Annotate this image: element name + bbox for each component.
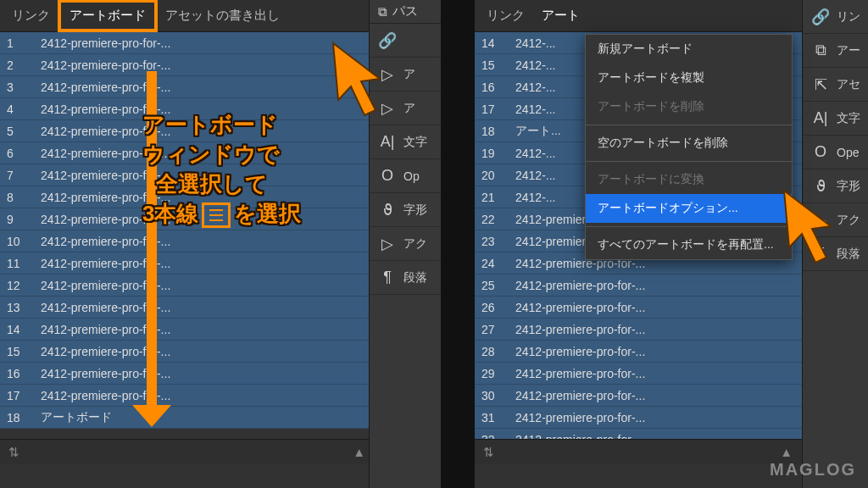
row-name: 2412-premiere-pro-for-...	[41, 301, 414, 314]
row-number: 11	[7, 257, 41, 270]
row-number: 29	[481, 367, 515, 380]
row-number: 18	[7, 411, 41, 424]
row-number: 9	[7, 213, 41, 226]
tool-icon: ¶	[378, 269, 397, 286]
row-number: 23	[481, 235, 515, 248]
row-number: 15	[7, 345, 41, 358]
tool-label: アセ	[837, 77, 860, 92]
tool-icon: A|	[378, 133, 397, 151]
tool-icon: 🔗	[811, 8, 830, 26]
ctx-artboard-options[interactable]: アートボードオプション...	[586, 194, 792, 223]
row-number: 4	[7, 103, 41, 116]
tab-artboard-r[interactable]: アート	[533, 3, 588, 29]
tool-icon: ϑ	[378, 201, 397, 219]
ctx-new-artboard[interactable]: 新規アートボード	[586, 35, 792, 64]
tool-label: 段落	[403, 270, 427, 286]
row-name: 2412-premiere-pro-for-...	[41, 389, 414, 402]
row-name: 2412-premiere-pro-for-...	[515, 367, 841, 380]
row-number: 1	[7, 36, 41, 50]
screenshot-divider	[441, 0, 475, 488]
row-name: 2412-premiere-pro-for-...	[515, 279, 841, 292]
annotation-cursor-left	[329, 41, 392, 117]
row-name: 2412-premiere-pro-for-...	[515, 345, 841, 358]
side-tool[interactable]: OOp	[370, 159, 441, 193]
row-name: 2412-premiere-pro-for-...	[41, 323, 414, 336]
row-name: 2412-premiere-pro-for-...	[515, 433, 841, 440]
tab-artboard[interactable]: アートボード	[58, 0, 157, 31]
tool-label: 字形	[403, 202, 427, 218]
row-name: 2412-premiere-pro-for-...	[41, 279, 414, 292]
row-name: 2412-premiere-pro-for-...	[515, 411, 841, 424]
row-number: 13	[7, 301, 41, 314]
row-name: 2412-premiere-pro-for-...	[41, 367, 414, 380]
row-number: 28	[481, 345, 515, 358]
tool-icon: O	[811, 143, 830, 161]
tool-label: アク	[403, 236, 427, 252]
ctx-rearrange-all[interactable]: すべてのアートボードを再配置...	[586, 230, 792, 259]
tool-label: ア	[403, 101, 415, 116]
row-number: 24	[481, 257, 515, 270]
ctx-duplicate-artboard[interactable]: アートボードを複製	[586, 64, 792, 92]
side-tool[interactable]: ϑ字形	[370, 193, 441, 227]
row-number: 27	[481, 323, 515, 336]
side-tool[interactable]: ⇱アセ	[803, 68, 868, 102]
move-up-icon-r[interactable]: ▲	[780, 445, 793, 459]
annotation-cursor-right	[780, 188, 843, 264]
tool-label: Ope	[837, 146, 859, 159]
side-tool[interactable]: ▷アク	[370, 227, 441, 261]
side-tool[interactable]: A|文字	[370, 125, 441, 159]
side-tool[interactable]: ¶段落	[370, 261, 441, 295]
row-number: 17	[481, 103, 515, 116]
row-number: 15	[481, 58, 515, 72]
move-up-icon[interactable]: ▲	[353, 445, 365, 459]
ctx-separator	[586, 226, 792, 227]
row-name: アートボード	[41, 410, 414, 425]
tool-label: リン	[837, 9, 860, 25]
row-name: 2412-premiere-pro-for-...	[515, 323, 841, 336]
row-number: 3	[7, 80, 41, 94]
tool-icon: ▷	[378, 235, 397, 253]
ctx-delete-artboard: アートボードを削除	[586, 92, 792, 121]
side-tool[interactable]: ⧉アー	[803, 34, 868, 68]
ctx-separator	[586, 125, 792, 125]
side-tool[interactable]: 🔗リン	[803, 0, 868, 34]
tab-link[interactable]: リンク	[3, 3, 58, 29]
row-number: 21	[481, 191, 515, 204]
tool-icon: ⇱	[811, 75, 830, 94]
reorder-icon-r[interactable]: ⇅	[483, 445, 494, 460]
tool-label: Op	[403, 169, 420, 183]
ctx-delete-empty[interactable]: 空のアートボードを削除	[586, 129, 792, 158]
ctx-convert-to-artboard: アートボードに変換	[586, 165, 792, 194]
row-number: 18	[481, 125, 515, 138]
row-number: 6	[7, 147, 41, 160]
row-number: 14	[481, 36, 515, 50]
row-number: 17	[7, 389, 41, 402]
row-number: 25	[481, 279, 515, 292]
row-name: 2412-premiere-pro-for-...	[41, 235, 414, 248]
row-name: 2412-premiere-pro-for-...	[515, 301, 841, 314]
tool-icon: A|	[811, 109, 830, 127]
row-number: 5	[7, 125, 41, 138]
row-number: 10	[7, 235, 41, 248]
tab-asset-export[interactable]: アセットの書き出し	[157, 3, 288, 29]
reorder-icon[interactable]: ⇅	[8, 445, 19, 460]
tab-link-r[interactable]: リンク	[478, 3, 533, 29]
row-number: 31	[481, 411, 515, 424]
tool-label: 文字	[403, 135, 427, 150]
row-number: 26	[481, 301, 515, 314]
top-icon[interactable]: ⧉ パス	[370, 0, 441, 24]
tool-icon: ⧉	[811, 42, 830, 59]
panel-context-menu: 新規アートボード アートボードを複製 アートボードを削除 空のアートボードを削除…	[585, 34, 793, 260]
row-number: 30	[481, 389, 515, 402]
ctx-separator	[586, 161, 792, 162]
row-number: 16	[481, 80, 515, 94]
tool-label: アー	[837, 43, 860, 58]
side-tool[interactable]: A|文字	[803, 102, 868, 136]
row-number: 19	[481, 147, 515, 160]
annotation-text: アートボード ウィンドウで 全選択して 3本線を選択	[142, 110, 301, 229]
side-tool[interactable]: OOpe	[803, 136, 868, 169]
row-number: 16	[7, 367, 41, 380]
row-number: 20	[481, 169, 515, 182]
row-number: 22	[481, 213, 515, 226]
tool-icon: O	[378, 167, 397, 185]
